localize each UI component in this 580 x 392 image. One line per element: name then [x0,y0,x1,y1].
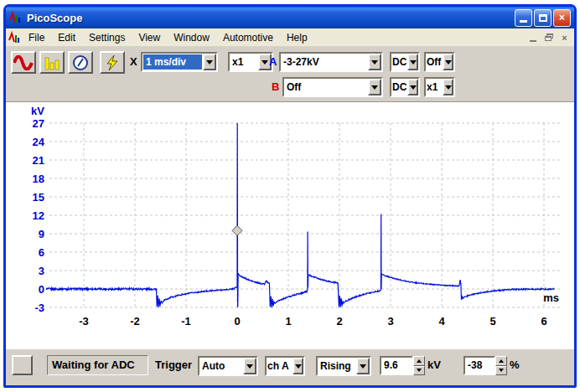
channel-a-range-value: -3-27kV [281,54,368,70]
status-bar: Waiting for ADC Trigger Auto ch A Rising… [6,348,574,381]
trigger-threshold-input[interactable]: 9.6 [380,356,413,375]
trigger-direction-value: Rising [318,358,356,374]
x-tick-label: -3 [79,315,89,328]
delay-unit-label: % [510,355,520,375]
x-multiplier-select[interactable]: x1 [228,52,273,72]
channel-a-range-select[interactable]: -3-27kV [279,52,383,72]
spin-down-icon[interactable] [413,366,425,376]
menu-automotive[interactable]: Automotive [216,29,280,46]
trigger-threshold-stepper[interactable] [413,356,425,375]
spectrum-bars-icon [44,55,60,70]
y-tick-label: 6 [39,246,44,259]
x-tick-label: 3 [387,315,393,328]
mdi-restore-button[interactable] [541,31,556,44]
toolbar: X 1 ms/div x1 A -3-27kV DC Off B Off D [6,47,574,102]
y-tick-label: 15 [33,191,44,204]
picoscope-logo-icon [9,11,23,24]
y-tick-label: 18 [33,173,44,185]
x-tick-label: 2 [336,315,342,328]
y-tick-label: 3 [39,265,44,277]
threshold-unit-label: kV [427,355,441,375]
channel-b-label: B [272,76,279,98]
menu-help[interactable]: Help [280,29,314,46]
x-tick-label: 5 [489,315,495,328]
trigger-channel-select[interactable]: ch A [265,356,305,376]
maximize-button[interactable] [534,9,552,27]
lightning-bolt-icon [104,54,121,71]
meter-dial-icon [72,54,89,71]
trigger-label: Trigger [155,355,192,375]
waveform-chart: kV2724211815129630-3-3-2-10123456ms [6,102,573,348]
timebase-value: 1 ms/div [143,54,202,70]
channel-a-multiplier-value: Off [426,54,443,70]
y-tick-label: 21 [33,154,44,167]
meter-view-button[interactable] [68,51,93,74]
spin-up-icon[interactable] [495,356,507,366]
channel-b-multiplier-select[interactable]: x1 [424,77,455,97]
timebase-select[interactable]: 1 ms/div [141,52,218,72]
x-tick-label: 6 [541,315,546,328]
trigger-marker-diamond[interactable] [232,225,242,235]
chevron-down-icon[interactable] [368,79,381,95]
trigger-direction-select[interactable]: Rising [316,356,371,376]
chevron-down-icon[interactable] [407,79,418,95]
y-tick-label: 9 [39,228,44,240]
spectrum-view-button[interactable] [39,51,65,74]
x-multiplier-value: x1 [230,54,258,70]
x-axis-unit-label: ms [543,291,559,304]
y-tick-label: -3 [34,302,44,314]
channel-b-coupling-select[interactable]: DC [390,77,420,97]
mdi-minimize-button[interactable] [526,31,540,44]
menu-bar: FileEditSettingsViewWindowAutomotiveHelp… [6,28,574,47]
title-bar[interactable]: PicoScope × [6,7,574,28]
spin-up-icon[interactable] [413,356,425,366]
trigger-mode-select[interactable]: Auto [198,356,258,376]
timebase-x-label: X [130,51,137,73]
menu-edit[interactable]: Edit [51,29,82,46]
chevron-down-icon[interactable] [356,358,370,374]
scope-display: kV2724211815129630-3-3-2-10123456ms [6,102,574,348]
menu-settings[interactable]: Settings [82,29,132,46]
x-tick-label: 1 [285,315,291,328]
mdi-close-button[interactable]: × [557,31,572,44]
channel-a-coupling-select[interactable]: DC [390,52,420,72]
run-stop-button[interactable] [12,355,33,375]
y-axis-unit-label: kV [31,105,44,117]
channel-a-coupling-value: DC [391,54,407,70]
trigger-delay-stepper[interactable] [495,356,507,375]
trigger-channel-value: ch A [267,358,293,374]
window-title: PicoScope [27,12,515,24]
picoscope-window: PicoScope × FileEditSettingsViewWindowAu… [3,4,577,388]
channel-b-range-select[interactable]: Off [282,77,383,97]
spin-down-icon[interactable] [495,366,507,376]
scope-view-button[interactable] [11,51,36,74]
minimize-button[interactable] [515,9,532,27]
picoscope-logo-icon [8,31,22,44]
x-tick-label: -2 [130,315,140,328]
chevron-down-icon[interactable] [203,54,216,70]
close-button[interactable]: × [553,9,571,27]
chevron-down-icon[interactable] [243,358,256,374]
trigger-mode-value: Auto [199,358,243,374]
trigger-delay-input[interactable]: -38 [463,356,495,375]
channel-a-label: A [269,51,277,73]
chevron-down-icon[interactable] [443,54,453,70]
menu-file[interactable]: File [22,29,51,46]
x-tick-label: -1 [181,315,191,328]
chevron-down-icon[interactable] [443,79,453,95]
x-tick-label: 0 [234,315,240,328]
trigger-settings-button[interactable] [100,51,125,74]
menu-view[interactable]: View [132,29,167,46]
chevron-down-icon[interactable] [368,54,381,70]
status-text: Waiting for ADC [47,355,148,375]
channel-b-range-value: Off [284,79,368,95]
y-tick-label: 27 [33,117,44,130]
x-tick-label: 4 [438,315,445,328]
chevron-down-icon[interactable] [407,54,418,70]
y-tick-label: 0 [39,283,44,296]
channel-a-multiplier-select[interactable]: Off [424,52,455,72]
sine-wave-icon [13,55,34,70]
chevron-down-icon[interactable] [293,358,303,374]
menu-window[interactable]: Window [167,29,216,46]
y-tick-label: 24 [33,136,45,148]
